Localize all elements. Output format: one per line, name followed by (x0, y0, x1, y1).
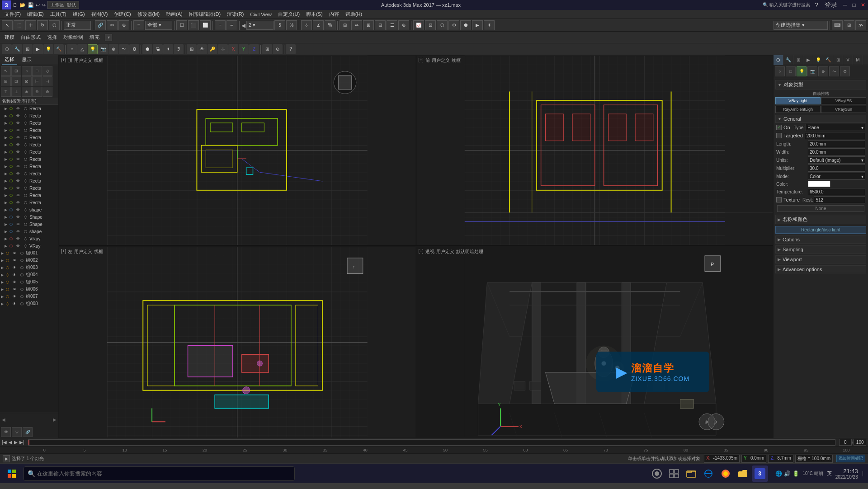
obj-list-item[interactable]: ▶ ⬡ 👁 ⬡ 组007 (0, 293, 58, 300)
schematic[interactable]: ⊡ (425, 20, 436, 30)
menu-render[interactable]: 渲染(R) (224, 10, 246, 19)
tl-play[interactable]: ▶ (14, 440, 18, 445)
lang-icon[interactable]: 英 (827, 470, 832, 477)
start-button[interactable] (4, 465, 20, 482)
use-pivot[interactable]: ⊙ (273, 44, 283, 54)
obj-list-item[interactable]: ▶ ⬡ 👁 ⬡ Shape (0, 213, 58, 221)
view-icon[interactable]: 👁 (197, 44, 207, 54)
menu-animation[interactable]: 动画(A) (163, 10, 185, 19)
material-editor[interactable]: ⬡ (437, 20, 448, 30)
vp-bottomleft-display[interactable]: 线框 (94, 249, 103, 255)
active-shade[interactable]: ☀ (484, 20, 495, 30)
filter-dropdown[interactable]: 全部 ▾ (145, 21, 172, 30)
select-tool[interactable]: ↖ (2, 20, 13, 30)
volume-icon[interactable]: 🔊 (784, 470, 791, 477)
close-button[interactable]: ✕ (860, 2, 866, 8)
si-10[interactable]: ⊣ (42, 76, 52, 86)
obj-list-item[interactable]: ▶ ⬡ 👁 ⬡ Recta (0, 148, 58, 155)
rp-tab-utilities[interactable]: 🔨 (823, 55, 833, 65)
display-icon[interactable]: 💡 (43, 44, 53, 54)
obj-list-item[interactable]: ▶ ⬡ 👁 ⬡ shape (0, 228, 58, 235)
menu-help[interactable]: 帮助(H) (343, 10, 365, 19)
rp-general-header[interactable]: ▼ General (775, 115, 866, 123)
sidebar-tab-display[interactable]: 显示 (19, 56, 34, 64)
search-input[interactable] (37, 470, 291, 477)
mirror-2[interactable]: ⇔ (351, 20, 362, 30)
obj-list-item[interactable]: ▶ ⬡ 👁 ⬡ Recta (0, 199, 58, 206)
vp-bottomright-label[interactable]: [+] 透视 用户定义 默认明暗处理 (419, 249, 483, 255)
align[interactable]: ⫤ (226, 20, 237, 30)
clock[interactable]: 21:43 2021/10/23 (835, 468, 858, 480)
mirror[interactable]: ⫟ (215, 20, 226, 30)
si-12[interactable]: ⊥ (11, 87, 21, 97)
obj-list-item[interactable]: ▶ ⬡ 👁 ⬡ 组004 (0, 271, 58, 278)
vp-topright-view[interactable]: 前 (425, 57, 430, 64)
eye-icon[interactable]: 👁 (1, 427, 11, 437)
on-check[interactable]: ✓ (776, 125, 782, 130)
vp-bottomright-display[interactable]: 默认明暗处理 (456, 249, 483, 255)
bind-space-warp[interactable]: ⊕ (118, 20, 129, 30)
rp-tab-motion[interactable]: ▶ (803, 55, 813, 65)
obj-list-item[interactable]: ▶ ⬡ 👁 ⬡ VRay (0, 242, 58, 249)
restrict-z[interactable]: Z (249, 44, 259, 54)
menu-graph-editor[interactable]: 图形编辑器(D) (186, 10, 223, 19)
menu-group[interactable]: 组(G) (70, 10, 88, 19)
si-5[interactable]: ◇ (42, 66, 52, 76)
menu-file[interactable]: 文件(F) (2, 10, 24, 19)
vp-bottomleft-label[interactable]: [+] 左 用户定义 线框 (61, 249, 103, 255)
vp-topright-label[interactable]: [+] 前 用户定义 线框 (419, 57, 461, 64)
none-btn[interactable]: None (777, 205, 864, 212)
tab-modeling[interactable]: 建模 (2, 33, 17, 42)
obj-list-item[interactable]: ▶ ⬡ 👁 ⬡ Recta (0, 155, 58, 163)
rp-icon-light[interactable]: 💡 (797, 66, 807, 76)
motion-icon[interactable]: ▶ (33, 44, 43, 54)
percent-unit[interactable]: % (286, 20, 297, 30)
sphere-icon[interactable]: ○ (67, 44, 77, 54)
taskbar-firefox[interactable] (717, 465, 734, 482)
menu-edit[interactable]: 编辑(E) (24, 10, 47, 19)
menu-script[interactable]: 脚本(S) (303, 10, 326, 19)
link-icon2[interactable]: 🔗 (23, 427, 33, 437)
sidebar-tab-select[interactable]: 选择 (2, 55, 17, 65)
hierarchy-icon[interactable]: ⊞ (23, 44, 33, 54)
rp-namecolor-header[interactable]: ▶ 名称和颜色 (775, 215, 866, 224)
temp-value[interactable]: 6500.0 (808, 188, 865, 195)
rp-tab-modify[interactable]: 🔧 (783, 55, 793, 65)
obj-list-item[interactable]: ▶ ⬡ 👁 ⬡ shape (0, 206, 58, 213)
restrict-y[interactable]: Y (239, 44, 249, 54)
rp-icon-shape[interactable]: □ (786, 66, 796, 76)
undo-btn[interactable]: ↩ (36, 2, 40, 8)
set-key[interactable]: 🔑 (208, 44, 217, 54)
filter-icon[interactable]: ▽ (12, 427, 22, 437)
type-dropdown[interactable]: Plane ▾ (806, 124, 865, 131)
targeted-check[interactable] (776, 133, 782, 138)
percent-up[interactable]: 5 (274, 20, 285, 30)
snap2[interactable]: ⊹ (218, 44, 228, 54)
layers[interactable]: ☰ (387, 20, 397, 30)
targeted-value[interactable]: 200.0mm (805, 132, 865, 139)
menu-view[interactable]: 视图(V) (89, 10, 111, 19)
tl-start[interactable]: |◀ (2, 440, 7, 445)
obj-list-item[interactable]: ▶ ⬡ 👁 ⬡ Recta (0, 170, 58, 177)
obj-list-item[interactable]: ▶ ⬡ 👁 ⬡ Recta (0, 112, 58, 119)
battery-icon[interactable]: 🔋 (793, 470, 799, 477)
rest-value[interactable]: 512 (814, 196, 865, 203)
render-frame[interactable]: ⬢ (460, 20, 471, 30)
snap-toggle[interactable]: ⊹ (301, 20, 312, 30)
minimize-button[interactable]: ─ (842, 2, 848, 8)
obj-list-item[interactable]: ▶ ⬡ 👁 ⬡ 组008 (0, 300, 58, 307)
envfx-icon[interactable]: 🌤 (153, 44, 163, 54)
obj-list-item[interactable]: ▶ ⬡ 👁 ⬡ VRay (0, 235, 58, 242)
vp-topleft-label[interactable]: [+] 顶 用户定义 线框 (61, 57, 103, 64)
si-9[interactable]: ⊢ (32, 76, 42, 86)
menu-content[interactable]: 内容 (326, 10, 342, 19)
vp-topright-plus[interactable]: [+] (419, 57, 424, 64)
workspace-dropdown[interactable]: 工作区: 默认 (47, 1, 79, 9)
rp-options-header[interactable]: ▶ Options (775, 235, 866, 244)
file-menu-quick[interactable]: 🗋 (13, 2, 18, 8)
utility-icon[interactable]: 🔨 (54, 44, 64, 54)
filter-btn[interactable]: ≡ (133, 20, 144, 30)
rp-tab-extra[interactable]: ⊞ (833, 55, 843, 65)
modify-icon[interactable]: 🔧 (12, 44, 22, 54)
vp-topleft-view[interactable]: 顶 (68, 57, 72, 64)
